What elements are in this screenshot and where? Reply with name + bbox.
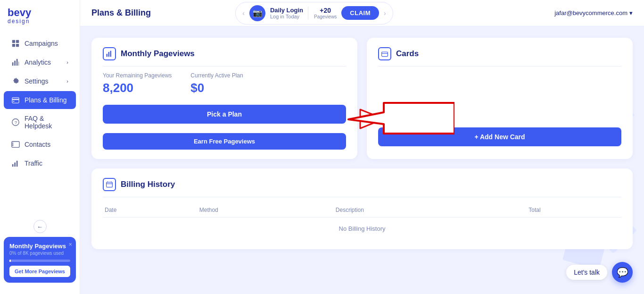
daily-login-widget: ‹ 📷 Daily Login Log in Today +20 Pagevie… [235, 2, 393, 25]
dlw-next-icon[interactable]: › [384, 9, 386, 17]
lets-talk-label: Let's talk [566, 265, 607, 280]
cards-card: Cards + Add New Card [367, 38, 633, 159]
cards-card-header: Cards [378, 47, 621, 67]
active-plan-value: $0 [190, 81, 243, 95]
sidebar-bottom: ← × Monthly Pageviews 0% of 8K pageviews… [0, 216, 80, 286]
pvc-progress-bar-bg [9, 260, 70, 262]
earn-free-pageviews-button[interactable]: Earn Free Pageviews [103, 133, 346, 150]
help-icon: ? [11, 118, 20, 126]
claim-button[interactable]: CLAIM [341, 6, 379, 20]
svg-rect-4 [12, 62, 14, 66]
sidebar-item-plans-billing[interactable]: Plans & Billing [4, 91, 76, 109]
settings-icon [11, 77, 20, 85]
sidebar-item-analytics-label: Analytics [25, 59, 51, 66]
sidebar-item-faq[interactable]: ? FAQ & Helpdesk [4, 110, 76, 134]
billing-table-head: Date Method Description Total [103, 203, 621, 218]
sidebar-item-traffic-label: Traffic [25, 160, 42, 167]
dlw-text: Daily Login Log in Today [270, 7, 303, 19]
sidebar-item-settings[interactable]: Settings › [4, 72, 76, 90]
dlw-bonus-number: +20 [320, 7, 331, 14]
monthly-pageviews-header: Monthly Pageviews [103, 47, 346, 67]
svg-rect-2 [12, 44, 15, 47]
sidebar: bevy design Campaigns Analytics › Settin… [0, 0, 80, 294]
billing-empty-row: No Billing History [103, 218, 621, 240]
remaining-stat: Your Remaining Pageviews 8,200 [103, 72, 172, 95]
settings-chevron-icon: › [66, 78, 68, 84]
pvc-progress-bar-fill [9, 260, 11, 262]
svg-rect-7 [18, 61, 19, 66]
dlw-login-icon: 📷 [249, 5, 265, 21]
svg-rect-22 [110, 51, 111, 57]
billing-history-card: Billing History Date Method Description … [91, 168, 633, 249]
billing-empty-message: No Billing History [103, 218, 621, 240]
svg-text:?: ? [15, 120, 17, 125]
sidebar-item-traffic[interactable]: Traffic [4, 154, 76, 172]
lets-talk-widget: Let's talk 💬 [566, 262, 633, 283]
user-menu[interactable]: jafar@bevycommerce.com ▾ [554, 9, 633, 17]
svg-rect-27 [382, 52, 388, 57]
contacts-icon [11, 140, 20, 149]
pvc-title: Monthly Pageviews [9, 243, 70, 250]
content-area: Monthly Pageviews Your Remaining Pagevie… [80, 26, 644, 294]
sidebar-item-contacts[interactable]: Contacts [4, 135, 76, 153]
dlw-main-label: Daily Login [270, 7, 303, 14]
logo: bevy design [0, 8, 80, 34]
svg-rect-10 [13, 101, 15, 102]
analytics-icon [11, 58, 20, 67]
svg-rect-19 [17, 161, 18, 167]
pageviews-stats: Your Remaining Pageviews 8,200 Currently… [103, 72, 346, 95]
dlw-prev-icon[interactable]: ‹ [242, 9, 245, 17]
grid-icon [11, 39, 20, 48]
pvc-subtitle: 0% of 8K pageviews used [9, 251, 70, 256]
svg-rect-6 [17, 59, 18, 66]
billing-history-header: Billing History [103, 178, 621, 197]
logo-name: bevy [8, 8, 72, 18]
billing-history-title: Billing History [121, 180, 175, 189]
logo-tagline: design [8, 18, 72, 25]
billing-col-method: Method [198, 203, 334, 218]
monthly-pageviews-card: Monthly Pageviews Your Remaining Pagevie… [91, 38, 357, 159]
dlw-sub-label: Log in Today [270, 14, 303, 19]
monthly-pageviews-title: Monthly Pageviews [121, 49, 195, 59]
cards-title: Cards [396, 49, 419, 59]
page-title: Plans & Billing [91, 8, 151, 18]
topbar: Plans & Billing ‹ 📷 Daily Login Log in T… [80, 0, 644, 26]
pageviews-card-icon [103, 47, 116, 60]
active-plan-stat: Currently Active Plan $0 [190, 72, 243, 95]
get-more-pageviews-button[interactable]: Get More Pageviews [9, 266, 70, 277]
collapse-button[interactable]: ← [33, 220, 47, 233]
remaining-label: Your Remaining Pageviews [103, 72, 172, 79]
sidebar-item-settings-label: Settings [25, 77, 49, 85]
main-content: Plans & Billing ‹ 📷 Daily Login Log in T… [80, 0, 644, 294]
add-new-card-button[interactable]: + Add New Card [378, 127, 621, 146]
analytics-chevron-icon: › [66, 59, 68, 65]
svg-rect-17 [12, 164, 14, 167]
sidebar-item-plans-billing-label: Plans & Billing [25, 96, 67, 104]
pick-plan-button[interactable]: Pick a Plan [103, 105, 346, 124]
svg-rect-29 [107, 182, 113, 187]
svg-rect-5 [14, 60, 16, 66]
sidebar-item-contacts-label: Contacts [25, 141, 50, 148]
sidebar-item-campaigns-label: Campaigns [25, 40, 58, 47]
active-plan-label: Currently Active Plan [190, 72, 243, 79]
billing-col-total: Total [527, 203, 621, 218]
billing-table-header-row: Date Method Description Total [103, 203, 621, 218]
user-chevron-icon: ▾ [629, 9, 633, 17]
pvc-close-icon[interactable]: × [68, 241, 72, 248]
sidebar-item-campaigns[interactable]: Campaigns [4, 34, 76, 52]
sidebar-item-analytics[interactable]: Analytics › [4, 53, 76, 71]
svg-rect-20 [107, 54, 107, 57]
svg-rect-21 [108, 52, 109, 57]
billing-history-icon [103, 178, 116, 191]
billing-icon [11, 96, 20, 104]
billing-col-description: Description [334, 203, 527, 218]
billing-table: Date Method Description Total No Billing… [103, 203, 621, 240]
lets-talk-button[interactable]: 💬 [612, 262, 633, 283]
user-email: jafar@bevycommerce.com [554, 9, 627, 17]
pick-plan-row: Pick a Plan [103, 105, 346, 128]
svg-rect-0 [12, 40, 15, 43]
svg-rect-18 [14, 162, 16, 167]
remaining-value: 8,200 [103, 81, 172, 95]
svg-rect-8 [12, 98, 19, 103]
sidebar-item-faq-label: FAQ & Helpdesk [25, 115, 68, 130]
